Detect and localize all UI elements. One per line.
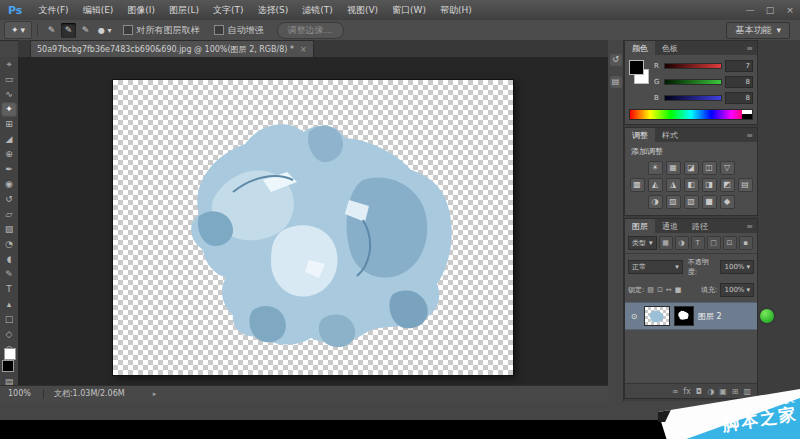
tab-paths[interactable]: 路径 (685, 219, 715, 233)
brush-size-dropdown[interactable]: ● ▾ (98, 26, 112, 35)
adjustment-icon-0-2[interactable]: ◪ (684, 161, 699, 175)
menu-item-6[interactable]: 滤镜(T) (295, 4, 340, 17)
layer-visibility-eye-icon[interactable]: ⊙ (628, 312, 640, 321)
blue-value-field[interactable]: 8 (725, 92, 753, 104)
layer-filter-kind-dropdown[interactable]: 类型 ▾ (628, 236, 657, 250)
menu-item-9[interactable]: 帮助(H) (433, 4, 479, 17)
layer-thumbnail[interactable] (644, 306, 670, 326)
adjustment-icon-0-0[interactable]: ☀ (648, 161, 663, 175)
fill-field[interactable]: 100% ▾ (720, 283, 754, 297)
spot-healing-tool[interactable]: ⊕ (1, 147, 17, 162)
lock-icon-3[interactable]: ■ (675, 286, 682, 294)
layer-filter-icon-1[interactable]: ◑ (675, 236, 689, 250)
subtract-from-selection-brush[interactable]: ✎ (78, 23, 93, 38)
zoom-level-field[interactable]: 100% (0, 389, 37, 398)
background-color-swatch[interactable] (4, 348, 16, 360)
type-tool[interactable]: T (1, 282, 17, 297)
menu-item-8[interactable]: 窗口(W) (385, 4, 433, 17)
red-slider[interactable] (664, 63, 722, 69)
history-brush-tool[interactable]: ↺ (1, 192, 17, 207)
new-selection-brush[interactable]: ✎ (44, 23, 59, 38)
red-value-field[interactable]: 7 (725, 60, 753, 72)
history-panel-icon[interactable]: ↺ (610, 54, 622, 66)
menu-item-1[interactable]: 编辑(E) (76, 4, 121, 17)
restore-button[interactable]: □ (760, 0, 780, 20)
quick-selection-tool[interactable]: ✦ (1, 102, 17, 117)
tab-adjustments[interactable]: 调整 (625, 128, 655, 142)
brush-tool[interactable]: ✒ (1, 162, 17, 177)
workspace-switcher-button[interactable]: 基本功能 ▾ (726, 22, 790, 39)
layer-filter-toggle[interactable]: ▪ (739, 236, 753, 250)
layer-filter-icon-3[interactable]: □ (707, 236, 721, 250)
foreground-color-swatch[interactable] (629, 60, 644, 75)
adjustment-icon-1-2[interactable]: ◮ (666, 178, 681, 192)
hand-tool[interactable]: ◇ (1, 327, 17, 342)
tab-color[interactable]: 颜色 (625, 41, 655, 55)
eyedropper-tool[interactable]: ◢ (1, 132, 17, 147)
adjustment-icon-2-1[interactable]: ▨ (666, 195, 681, 209)
menu-item-4[interactable]: 文字(T) (206, 4, 251, 17)
lock-icon-2[interactable]: ↔ (666, 286, 672, 294)
adjustment-icon-1-6[interactable]: ▤ (738, 178, 753, 192)
document-tab[interactable]: 50a97bcbg7fb36e7483cb690&690.jpg @ 100%(… (30, 40, 314, 57)
white-black-ramp[interactable] (742, 110, 752, 119)
marquee-tool[interactable]: ▭ (1, 72, 17, 87)
path-selection-tool[interactable]: ▴ (1, 297, 17, 312)
document-canvas[interactable] (113, 80, 513, 375)
status-options-arrow[interactable]: ▸ (153, 390, 157, 398)
layer-filter-icon-2[interactable]: T (691, 236, 705, 250)
pen-tool[interactable]: ✎ (1, 267, 17, 282)
green-slider[interactable] (664, 79, 722, 85)
adjustment-icon-1-4[interactable]: ◨ (702, 178, 717, 192)
tab-close-icon[interactable]: × (300, 45, 307, 54)
blend-mode-dropdown[interactable]: 正常 ▾ (628, 260, 683, 274)
lock-icon-1[interactable]: ⊡ (657, 286, 663, 294)
sample-all-layers-checkbox[interactable]: 对所有图层取样 (123, 24, 200, 37)
panel-menu-icon[interactable]: ≡ (746, 219, 757, 233)
foreground-color-swatch[interactable] (2, 360, 14, 372)
panel-menu-icon[interactable]: ≡ (746, 128, 757, 142)
tab-styles[interactable]: 样式 (655, 128, 685, 142)
layer-filter-icon-4[interactable]: ⊡ (723, 236, 737, 250)
adjustment-icon-2-0[interactable]: ◑ (648, 195, 663, 209)
adjustment-icon-1-1[interactable]: ◭ (648, 178, 663, 192)
adjustment-icon-2-3[interactable]: ■ (702, 195, 717, 209)
adjustment-icon-1-5[interactable]: ◩ (720, 178, 735, 192)
properties-panel-icon[interactable]: ▤ (610, 76, 622, 88)
green-value-field[interactable]: 8 (725, 76, 753, 88)
dodge-tool[interactable]: ◖ (1, 252, 17, 267)
blue-slider[interactable] (664, 95, 722, 101)
adjustment-icon-1-0[interactable]: ▩ (630, 178, 645, 192)
blur-tool[interactable]: ◔ (1, 237, 17, 252)
adjustment-icon-0-3[interactable]: ◫ (702, 161, 717, 175)
panel-menu-icon[interactable]: ≡ (746, 41, 757, 55)
layer-filter-icon-0[interactable]: ▦ (659, 236, 673, 250)
adjustment-icon-0-4[interactable]: ▽ (720, 161, 735, 175)
close-button[interactable]: × (780, 0, 800, 20)
panel-color-swatches[interactable] (629, 60, 649, 84)
minimize-button[interactable]: — (740, 0, 760, 20)
lock-icon-0[interactable]: ▨ (647, 286, 654, 294)
tab-layers[interactable]: 图层 (625, 219, 655, 233)
clone-stamp-tool[interactable]: ◉ (1, 177, 17, 192)
layer-mask-thumbnail[interactable] (674, 306, 694, 326)
adjustment-icon-2-2[interactable]: ▧ (684, 195, 699, 209)
menu-item-5[interactable]: 选择(S) (251, 4, 296, 17)
menu-item-7[interactable]: 视图(V) (340, 4, 385, 17)
refine-edge-button[interactable]: 调整边缘… (277, 22, 344, 39)
adjustment-icon-2-4[interactable]: ◆ (720, 195, 735, 209)
add-to-selection-brush[interactable]: ✎ (61, 23, 76, 38)
adjustment-icon-1-3[interactable]: ◧ (684, 178, 699, 192)
layer-row-selected[interactable]: ⊙ 图层 2 (625, 302, 757, 330)
menu-item-3[interactable]: 图层(L) (162, 4, 206, 17)
crop-tool[interactable]: ⊞ (1, 117, 17, 132)
eraser-tool[interactable]: ▱ (1, 207, 17, 222)
tool-preset-dropdown[interactable]: ✦ ▾ (4, 21, 32, 39)
move-tool[interactable]: ⌖ (1, 57, 17, 72)
layer-name[interactable]: 图层 2 (698, 311, 722, 322)
tab-swatches[interactable]: 色板 (655, 41, 685, 55)
adjustment-icon-0-1[interactable]: ▦ (666, 161, 681, 175)
color-spectrum-ramp[interactable] (629, 109, 753, 120)
gradient-tool[interactable]: ▧ (1, 222, 17, 237)
tab-channels[interactable]: 通道 (655, 219, 685, 233)
